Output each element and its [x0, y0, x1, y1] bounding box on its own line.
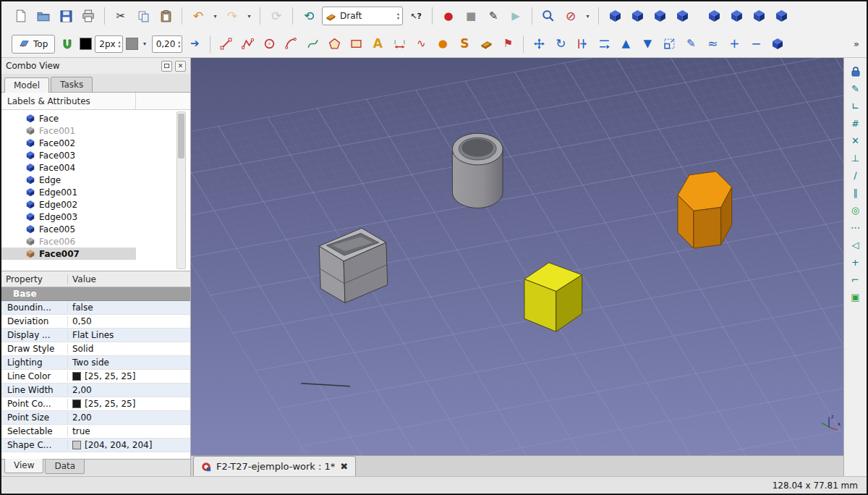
- property-row[interactable]: LightingTwo side: [1, 356, 190, 370]
- redo-icon[interactable]: ↷: [223, 7, 242, 25]
- panel-float-icon[interactable]: [161, 61, 172, 72]
- draft-arc-icon[interactable]: [281, 35, 300, 54]
- document-tab[interactable]: F2-T27-ejemplo-work : 1* ✖: [193, 456, 356, 476]
- draft-rectangle-icon[interactable]: [346, 35, 365, 54]
- tab-model[interactable]: Model: [4, 77, 49, 93]
- macro-edit-icon[interactable]: ✎: [484, 7, 503, 25]
- draft-move-icon[interactable]: [529, 35, 548, 54]
- snap-angle-icon[interactable]: ∟: [848, 98, 864, 114]
- tree-item[interactable]: Face005: [1, 223, 190, 235]
- draft-circle-icon[interactable]: [260, 35, 278, 54]
- tree-item[interactable]: Face004: [1, 161, 190, 174]
- draft-facebinder-icon[interactable]: [477, 35, 495, 54]
- draft-line-icon[interactable]: [216, 35, 235, 54]
- spin-arrows-icon[interactable]: ▴▾: [178, 40, 180, 48]
- snap-center-icon[interactable]: ◎: [848, 203, 864, 218]
- view-rear-icon[interactable]: [705, 7, 723, 25]
- draft-polygon-icon[interactable]: [325, 35, 344, 54]
- cylinder-object[interactable]: [452, 133, 503, 208]
- draft-rotate-icon[interactable]: ↻: [551, 35, 570, 54]
- save-icon[interactable]: [56, 7, 75, 25]
- draft-text-icon[interactable]: A: [368, 35, 387, 54]
- zoom-box-icon[interactable]: [539, 7, 558, 25]
- draft-downgrade-icon[interactable]: ▼: [638, 35, 657, 54]
- tree-scrollbar-thumb[interactable]: [178, 114, 184, 158]
- draft-add-point-icon[interactable]: +: [725, 35, 744, 54]
- snap-extension-icon[interactable]: ∕: [848, 168, 864, 183]
- snap-toggle-icon[interactable]: [58, 35, 77, 54]
- macro-play-icon[interactable]: ▶: [506, 7, 525, 25]
- view-top-icon[interactable]: [650, 7, 669, 25]
- snap-intersection-icon[interactable]: ✕: [848, 133, 864, 148]
- apply-style-icon[interactable]: ➔: [185, 35, 204, 54]
- cut-icon[interactable]: ✂: [111, 7, 130, 25]
- draft-edit-icon[interactable]: ✎: [681, 35, 700, 54]
- snap-dimensions-icon[interactable]: ⌐: [848, 272, 864, 287]
- line-color-swatch[interactable]: [80, 38, 92, 50]
- snap-near-icon[interactable]: ◁: [848, 237, 864, 253]
- tree-item[interactable]: Edge002: [1, 198, 190, 211]
- property-row[interactable]: Shape C...[204, 204, 204]: [1, 439, 190, 452]
- tree-item-selected[interactable]: Face007: [1, 248, 136, 260]
- whatsthis-icon[interactable]: ↖?: [407, 7, 425, 25]
- line-width-spinbox[interactable]: 2px ▴▾: [95, 35, 122, 53]
- tree-item[interactable]: Face003: [1, 149, 190, 161]
- sync-view-icon[interactable]: ⟲: [299, 7, 318, 25]
- tree-item[interactable]: Face006: [1, 235, 190, 248]
- hexagonal-prism-object[interactable]: [678, 172, 732, 248]
- draft-scale-icon[interactable]: [660, 35, 678, 54]
- tree-item[interactable]: Face: [1, 112, 190, 124]
- property-row[interactable]: Point Co...[25, 25, 25]: [1, 397, 190, 411]
- macro-record-icon[interactable]: ●: [439, 7, 458, 25]
- property-row[interactable]: Line Width2,00: [1, 384, 190, 397]
- snap-lock-icon[interactable]: [848, 64, 864, 79]
- view-isometric-icon[interactable]: [605, 7, 624, 25]
- draft-delete-point-icon[interactable]: −: [746, 35, 765, 54]
- property-row[interactable]: Line Color[25, 25, 25]: [1, 370, 190, 384]
- tree-item[interactable]: Edge001: [1, 186, 190, 198]
- draft-shapestring-icon[interactable]: S: [455, 35, 474, 54]
- tree-item[interactable]: Face002: [1, 137, 190, 149]
- print-icon[interactable]: [79, 7, 98, 25]
- property-group-base[interactable]: Base: [1, 287, 190, 301]
- undo-history-caret-icon[interactable]: ▾: [211, 7, 219, 25]
- new-document-icon[interactable]: [12, 7, 30, 25]
- draft-shape-2d-view-icon[interactable]: [768, 35, 787, 54]
- open-document-icon[interactable]: [34, 7, 53, 25]
- snap-parallel-icon[interactable]: ∥: [848, 185, 864, 200]
- macro-stop-icon[interactable]: ■: [461, 7, 480, 25]
- property-row[interactable]: Point Size2,00: [1, 411, 190, 425]
- panel-close-icon[interactable]: ✕: [175, 61, 186, 72]
- tree-item[interactable]: Face001: [1, 124, 190, 137]
- tree-item[interactable]: Edge: [1, 174, 190, 186]
- spin-arrows-icon[interactable]: ▴▾: [119, 40, 121, 48]
- view-bottom-icon[interactable]: [727, 7, 746, 25]
- document-tab-close-icon[interactable]: ✖: [340, 461, 348, 472]
- 3d-viewport-canvas[interactable]: z x: [191, 58, 843, 455]
- view-axonometric-icon[interactable]: [772, 7, 791, 25]
- 3d-viewport[interactable]: z x: [191, 58, 843, 455]
- draft-upgrade-icon[interactable]: ▲: [616, 35, 635, 54]
- snap-endpoint-icon[interactable]: ✎: [848, 81, 864, 96]
- copy-icon[interactable]: [134, 7, 153, 25]
- working-plane-button[interactable]: Top: [12, 35, 55, 54]
- draw-style-caret-icon[interactable]: ▾: [584, 7, 592, 25]
- property-row[interactable]: Deviation0,50: [1, 315, 190, 329]
- draft-wire-to-bspline-icon[interactable]: ≈: [703, 35, 722, 54]
- undo-icon[interactable]: ↶: [189, 7, 208, 25]
- snap-special-icon[interactable]: ⋯: [848, 220, 864, 235]
- property-row[interactable]: Display ...Flat Lines: [1, 329, 190, 342]
- draft-label-icon[interactable]: ⚑: [498, 35, 517, 54]
- toolbar-overflow-icon[interactable]: »: [851, 38, 862, 49]
- shape-color-swatch[interactable]: [126, 38, 138, 50]
- snap-workingplane-icon[interactable]: ▣: [848, 289, 864, 305]
- property-row[interactable]: Boundin...false: [1, 301, 190, 315]
- property-row[interactable]: Draw StyleSolid: [1, 342, 190, 356]
- tab-tasks[interactable]: Tasks: [51, 77, 93, 92]
- tab-view[interactable]: View: [4, 459, 43, 473]
- snap-perpendicular-icon[interactable]: ⊥: [848, 151, 864, 166]
- refresh-icon[interactable]: ⟳: [267, 7, 286, 25]
- paste-icon[interactable]: [156, 7, 175, 25]
- workbench-selector[interactable]: Draft ▴▾: [322, 7, 403, 25]
- draw-style-icon[interactable]: ⊘: [561, 7, 580, 25]
